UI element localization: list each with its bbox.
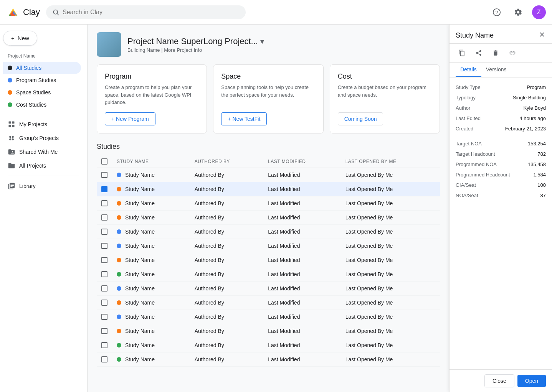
panel-tabs: Details Versions [450, 63, 552, 77]
cost-card-title: Cost [338, 72, 432, 81]
panel-actions [450, 44, 552, 63]
row-checkbox[interactable] [101, 314, 107, 320]
row-checkbox[interactable] [101, 243, 107, 249]
metric-label: Target Headcount [456, 151, 495, 157]
program-card: Program Create a program to help you pla… [97, 64, 207, 133]
search-bar[interactable] [46, 5, 246, 19]
last-opened-cell: Last Opened By Me [341, 267, 440, 281]
table-row[interactable]: Study Name Authored By Last Modified Las… [97, 324, 440, 338]
study-name: Study Name [125, 243, 155, 249]
study-name-cell: Study Name [112, 239, 190, 253]
detail-label: Last Edited [456, 115, 481, 121]
link-button[interactable] [506, 47, 519, 59]
content-area: Project Name SuperLong Project... ▾ Buil… [88, 25, 552, 392]
table-row[interactable]: Study Name Authored By Last Modified Las… [97, 295, 440, 310]
sidebar-item-my-projects[interactable]: My Projects [3, 117, 81, 131]
folder-icon [8, 162, 15, 170]
study-type-dot [117, 201, 121, 206]
sidebar-item-shared-with-me[interactable]: Shared With Me [3, 145, 81, 159]
last-modified-cell: Last Modified [263, 210, 341, 224]
study-type-dot [117, 300, 121, 305]
new-testfit-button[interactable]: + New TestFit [221, 112, 267, 125]
row-checkbox[interactable] [101, 172, 107, 178]
table-row[interactable]: Study Name Authored By Last Modified Las… [97, 182, 440, 196]
panel-open-button[interactable]: Open [517, 375, 546, 387]
table-row[interactable]: Study Name Authored By Last Modified Las… [97, 239, 440, 253]
new-button-label: New [18, 35, 29, 41]
studies-table-body: Study Name Authored By Last Modified Las… [97, 168, 440, 366]
last-modified-cell: Last Modified [263, 168, 341, 182]
table-row[interactable]: Study Name Authored By Last Modified Las… [97, 338, 440, 352]
settings-button[interactable] [511, 5, 526, 20]
authored-by-cell: Authored By [190, 239, 263, 253]
authored-by-cell: Authored By [190, 182, 263, 196]
metric-value: 135,458 [528, 161, 546, 167]
search-input[interactable] [63, 9, 240, 16]
study-name-cell: Study Name [112, 182, 190, 196]
share-button[interactable] [473, 47, 485, 59]
row-checkbox[interactable] [101, 285, 107, 292]
new-button[interactable]: + New [3, 31, 37, 46]
table-row[interactable]: Study Name Authored By Last Modified Las… [97, 196, 440, 210]
row-checkbox[interactable] [101, 271, 107, 277]
sidebar-item-program-studies[interactable]: Program Studies [3, 74, 81, 86]
detail-label: Typology [456, 95, 476, 100]
row-checkbox[interactable] [101, 342, 107, 348]
metric-row: GIA/Seat100 [456, 180, 546, 190]
sidebar-item-groups-projects[interactable]: Group's Projects [3, 131, 81, 145]
last-opened-cell: Last Opened By Me [341, 310, 440, 324]
row-checkbox[interactable] [101, 300, 107, 306]
sidebar-item-library[interactable]: Library [3, 179, 81, 193]
avatar[interactable]: Z [532, 5, 546, 19]
detail-row: TypologySingle Building [456, 92, 546, 103]
row-checkbox[interactable] [101, 257, 107, 263]
sidebar-item-all-studies[interactable]: All Studies [3, 62, 81, 74]
select-all-checkbox[interactable] [101, 158, 107, 165]
versions-tab[interactable]: Versions [481, 63, 511, 77]
sidebar-divider [8, 114, 79, 114]
new-program-button[interactable]: + New Program [105, 112, 155, 125]
table-row[interactable]: Study Name Authored By Last Modified Las… [97, 267, 440, 281]
last-modified-cell: Last Modified [263, 338, 341, 352]
panel-close-action-button[interactable]: Close [484, 374, 514, 387]
table-row[interactable]: Study Name Authored By Last Modified Las… [97, 168, 440, 182]
panel-close-button[interactable] [538, 31, 546, 40]
authored-by-cell: Authored By [190, 196, 263, 210]
row-checkbox[interactable] [101, 328, 107, 334]
row-checkbox[interactable] [101, 214, 107, 221]
program-card-desc: Create a program to help you plan your s… [105, 84, 199, 106]
table-row[interactable]: Study Name Authored By Last Modified Las… [97, 352, 440, 366]
sidebar-item-all-projects[interactable]: All Projects [3, 159, 81, 173]
authored-by-cell: Authored By [190, 267, 263, 281]
row-checkbox[interactable] [101, 200, 107, 206]
shared-with-me-label: Shared With Me [19, 149, 58, 155]
copy-button[interactable] [456, 47, 468, 59]
study-name: Study Name [125, 285, 155, 292]
sidebar-item-cost-studies[interactable]: Cost Studies [3, 99, 81, 111]
last-opened-cell: Last Opened By Me [341, 196, 440, 210]
studies-table: STUDY NAME AUTHORED BY LAST MODIFIED LAS… [97, 155, 440, 367]
row-checkbox-cell [97, 168, 112, 182]
svg-rect-10 [12, 122, 15, 124]
row-checkbox[interactable] [101, 186, 107, 192]
chevron-down-icon[interactable]: ▾ [260, 37, 264, 46]
help-button[interactable]: ? [489, 5, 504, 20]
table-row[interactable]: Study Name Authored By Last Modified Las… [97, 253, 440, 267]
metric-value: 782 [537, 151, 546, 157]
sidebar-item-space-studies[interactable]: Space Studies [3, 86, 81, 99]
logo-area: Clay [6, 5, 40, 19]
clay-logo-icon [6, 5, 20, 19]
table-row[interactable]: Study Name Authored By Last Modified Las… [97, 281, 440, 295]
detail-value: Kyle Boyd [523, 105, 546, 111]
coming-soon-button[interactable]: Coming Soon [338, 112, 383, 125]
row-checkbox[interactable] [101, 229, 107, 235]
study-name: Study Name [125, 186, 155, 192]
table-row[interactable]: Study Name Authored By Last Modified Las… [97, 310, 440, 324]
study-name-cell: Study Name [112, 310, 190, 324]
table-row[interactable]: Study Name Authored By Last Modified Las… [97, 224, 440, 239]
table-row[interactable]: Study Name Authored By Last Modified Las… [97, 210, 440, 224]
row-checkbox[interactable] [101, 356, 107, 362]
authored-by-cell: Authored By [190, 338, 263, 352]
delete-button[interactable] [489, 47, 502, 59]
details-tab[interactable]: Details [456, 63, 481, 77]
